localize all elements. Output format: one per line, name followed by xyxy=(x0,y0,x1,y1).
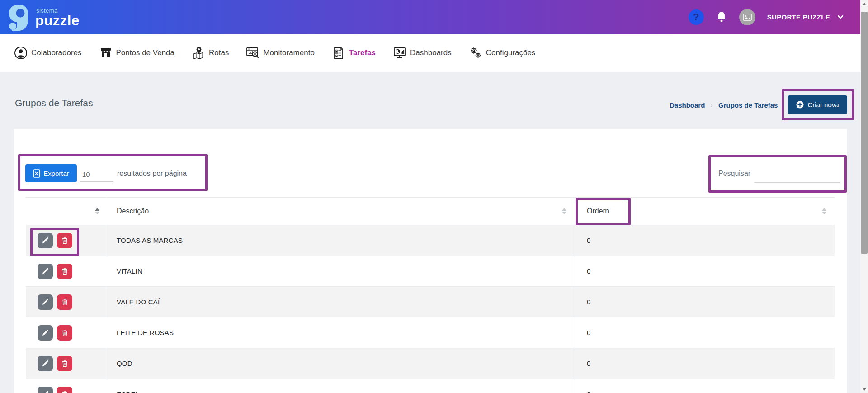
table-row: LEITE DE ROSAS 0 xyxy=(26,317,835,348)
table-row: VALE DO CAÍ 0 xyxy=(26,287,835,317)
sort-icon[interactable] xyxy=(562,208,566,214)
trash-icon xyxy=(61,298,68,306)
results-per-page-label: resultados por página xyxy=(117,170,187,178)
ordem-value: 0 xyxy=(575,256,835,286)
trash-icon xyxy=(61,391,68,393)
ordem-value: 0 xyxy=(575,317,835,348)
puzzle-logo-icon xyxy=(7,4,30,31)
excel-file-icon xyxy=(33,169,40,178)
plus-circle-icon xyxy=(796,101,804,109)
nav-label: Colaboradores xyxy=(31,48,82,57)
nav-item-dashboards[interactable]: Dashboards xyxy=(392,46,452,60)
delete-button[interactable] xyxy=(57,264,72,279)
ordem-value: 0 xyxy=(575,348,835,379)
export-button[interactable]: Exportar xyxy=(25,164,77,182)
gears-icon xyxy=(468,46,483,60)
brand-title: puzzle xyxy=(35,13,80,29)
sort-icon[interactable] xyxy=(95,208,99,214)
breadcrumb-dashboard[interactable]: Dashboard xyxy=(670,101,705,109)
search-input[interactable] xyxy=(754,168,840,183)
pencil-icon xyxy=(42,329,49,336)
trash-icon xyxy=(61,329,68,336)
sort-icon[interactable] xyxy=(822,208,826,214)
edit-button[interactable] xyxy=(38,387,53,393)
descricao-value: VALE DO CAÍ xyxy=(107,287,575,317)
column-header-ordem[interactable]: Ordem xyxy=(575,198,835,225)
column-label: Ordem xyxy=(587,207,609,215)
edit-button[interactable] xyxy=(38,264,53,279)
table-row: ESDEL 0 xyxy=(26,379,835,393)
descricao-value: ESDEL xyxy=(107,379,575,393)
column-header-descricao[interactable]: Descrição xyxy=(107,198,575,225)
nav-label: Pontos de Venda xyxy=(116,48,175,57)
descricao-value: VITALIN xyxy=(107,256,575,286)
pencil-icon xyxy=(42,268,49,275)
help-icon[interactable]: ? xyxy=(689,9,704,25)
nav-item-tarefas[interactable]: Tarefas xyxy=(331,46,376,60)
descricao-value: QOD xyxy=(107,348,575,379)
results-per-page-input[interactable] xyxy=(80,167,113,182)
pencil-icon xyxy=(42,298,49,306)
page-scrollbar[interactable] xyxy=(860,0,868,393)
map-pin-icon xyxy=(191,46,206,60)
nav-label: Dashboards xyxy=(410,48,452,57)
nav-item-monitoramento[interactable]: Monitoramento xyxy=(245,46,314,60)
descricao-value: LEITE DE ROSAS xyxy=(107,317,575,348)
scroll-down-button[interactable] xyxy=(860,385,868,393)
delete-button[interactable] xyxy=(57,325,72,341)
pencil-icon xyxy=(42,360,49,367)
app-header: sistema puzzle ? SUPORTE PUZZLE xyxy=(0,0,860,34)
table-row: VITALIN 0 xyxy=(26,256,835,287)
delete-button[interactable] xyxy=(57,356,72,371)
brand-logo[interactable]: sistema puzzle xyxy=(7,3,107,32)
dashboard-icon xyxy=(392,46,407,60)
delete-button[interactable] xyxy=(57,294,72,310)
nav-label: Tarefas xyxy=(349,48,376,57)
user-menu[interactable]: SUPORTE PUZZLE xyxy=(767,13,830,21)
create-new-label: Criar nova xyxy=(807,101,839,109)
chevron-down-icon[interactable] xyxy=(837,15,844,19)
scroll-up-button[interactable] xyxy=(860,0,868,8)
ordem-value: 0 xyxy=(575,225,835,256)
search-label: Pesquisar xyxy=(718,170,750,178)
nav-item-rotas[interactable]: Rotas xyxy=(191,46,229,60)
breadcrumb-current[interactable]: Grupos de Tarefas xyxy=(718,101,778,109)
delete-button[interactable] xyxy=(57,387,72,393)
avatar[interactable] xyxy=(739,9,755,25)
trash-icon xyxy=(61,360,68,367)
nav-item-colaboradores[interactable]: Colaboradores xyxy=(14,46,82,60)
descricao-value: TODAS AS MARCAS xyxy=(107,225,575,256)
table-header-row: Descrição Ordem xyxy=(26,197,835,225)
nav-label: Monitoramento xyxy=(263,48,314,57)
edit-button[interactable] xyxy=(38,233,53,248)
task-groups-table: Descrição Ordem TODAS AS MARCAS 0 VITALI… xyxy=(26,197,835,393)
nav-label: Rotas xyxy=(209,48,229,57)
ordem-value: 0 xyxy=(575,287,835,317)
edit-button[interactable] xyxy=(38,356,53,371)
delete-button[interactable] xyxy=(57,233,72,248)
scrollbar-thumb[interactable] xyxy=(861,12,868,254)
photo-icon xyxy=(743,14,752,21)
edit-button[interactable] xyxy=(38,294,53,310)
breadcrumb: Dashboard › Grupos de Tarefas xyxy=(670,100,778,109)
edit-button[interactable] xyxy=(38,325,53,341)
breadcrumb-separator: › xyxy=(710,100,713,109)
ordem-value: 0 xyxy=(575,379,835,393)
column-label: Descrição xyxy=(117,207,149,215)
nav-item-configuracoes[interactable]: Configurações xyxy=(468,46,536,60)
pencil-icon xyxy=(42,391,49,393)
person-icon xyxy=(14,46,28,60)
table-row: TODAS AS MARCAS 0 xyxy=(26,225,835,256)
create-new-button[interactable]: Criar nova xyxy=(788,95,847,114)
main-nav: Colaboradores Pontos de Venda Rotas Moni… xyxy=(0,34,860,72)
monitor-search-icon xyxy=(245,46,260,60)
nav-item-pontos-de-venda[interactable]: Pontos de Venda xyxy=(99,46,175,60)
page-title: Grupos de Tarefas xyxy=(15,98,93,109)
bell-icon[interactable] xyxy=(715,10,728,24)
trash-icon xyxy=(61,268,68,275)
table-row: QOD 0 xyxy=(26,348,835,379)
task-list-icon xyxy=(331,46,346,60)
export-label: Exportar xyxy=(43,170,69,177)
trash-icon xyxy=(61,237,68,244)
column-header-actions[interactable] xyxy=(26,198,107,225)
